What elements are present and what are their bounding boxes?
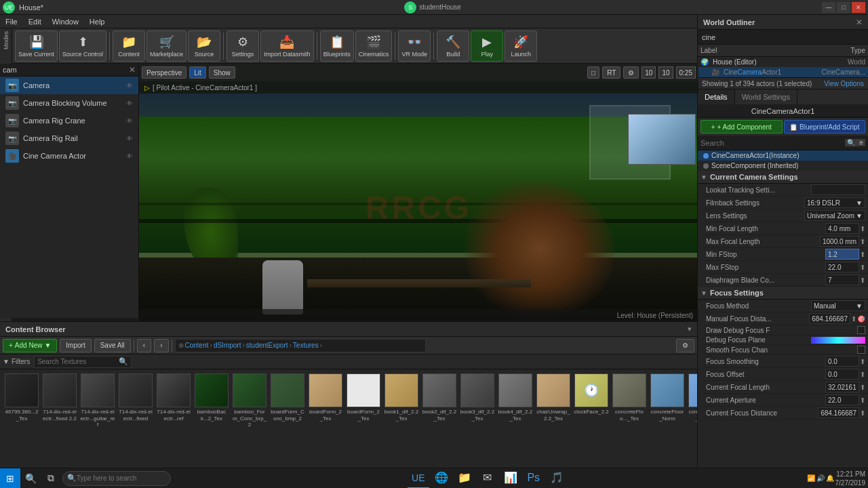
max-focal-value[interactable]: 1000.0 mm [820,236,859,247]
filters-toggle[interactable]: ▼ Filters [3,358,30,365]
lookat-value[interactable] [811,184,865,195]
vp-settings-button[interactable]: ⚙ [623,66,639,79]
min-focal-spinner[interactable]: ⬆ [860,225,865,232]
max-fstop-spinner[interactable]: ⬆ [860,264,865,271]
source-control-button[interactable]: ⬆ Source Control [59,30,106,62]
actor-item-cine-camera[interactable]: 🎥 Cine Camera Actor 👁 [0,147,138,165]
focus-offset-spinner[interactable]: ⬆ [860,371,865,378]
focus-method-value[interactable]: Manual ▼ [811,300,865,311]
asset-item[interactable]: 714-dix-red-electr...guitar_ref [79,372,117,430]
current-aperture-spinner[interactable]: ⬆ [860,396,865,404]
nav-back-button[interactable]: ‹ [137,339,151,352]
maximize-viewport-button[interactable]: □ [587,66,599,79]
min-focal-value[interactable]: 4.0 mm [825,223,859,234]
launch-button[interactable]: 🚀 Launch [505,30,537,62]
actor-item-camera-rig-rail[interactable]: 📷 Camera Rig Rail 👁 [0,129,138,147]
camera-visibility-icon[interactable]: 👁 [126,82,133,89]
path-textures[interactable]: Textures [293,342,319,349]
cine-visibility-icon[interactable]: 👁 [126,152,133,160]
add-component-button[interactable]: + + Add Component [701,120,783,134]
tab-world-settings[interactable]: World Settings [735,89,797,104]
taskbar-app-music[interactable]: 🎵 [546,468,568,489]
blocking-visibility-icon[interactable]: 👁 [126,100,133,107]
minimize-button[interactable]: — [822,2,835,13]
asset-item[interactable]: chairUnwrap_2.2_Tex [534,372,572,423]
grid-size-2[interactable]: 10 [658,66,673,79]
current-focus-dist-spinner[interactable]: ⬆ [860,409,865,417]
grid-size-1[interactable]: 10 [642,66,656,79]
asset-item[interactable]: bambooBack...2_Tex [193,372,231,423]
lit-button[interactable]: Lit [189,66,206,79]
maximize-button[interactable]: □ [837,2,850,13]
path-studentexport[interactable]: studentExport [246,342,288,349]
menu-edit[interactable]: Edit [26,18,44,26]
focus-offset-value[interactable]: 0.0 [825,369,859,380]
menu-window[interactable]: Window [50,18,81,26]
asset-item[interactable]: concreteFloor_bmp_2 [686,372,697,423]
component-item-cine[interactable]: CineCameraActor1(Instance) [698,150,868,161]
path-dsimport[interactable]: dSImport [214,342,241,349]
add-new-button[interactable]: + Add New ▼ [3,339,57,352]
save-all-button[interactable]: Save All [94,339,131,352]
show-button[interactable]: Show [209,66,235,79]
taskbar-search-icon[interactable]: 🔍 [20,468,41,489]
taskbar-app-ue[interactable]: UE [408,468,429,489]
import-datasmith-button[interactable]: 📥 Import Datasmith [260,30,314,62]
asset-item[interactable]: 714-dix-red-electr...fixed [117,372,155,423]
details-search-button[interactable]: 🔍 [845,139,857,146]
actor-item-camera[interactable]: 📷 Camera 👁 [0,77,138,94]
cb-search-button[interactable]: 🔍 [119,357,128,366]
menu-file[interactable]: File [3,18,20,26]
cb-search-input[interactable] [37,358,119,365]
crane-visibility-icon[interactable]: 👁 [126,117,133,125]
asset-item[interactable]: boardForm_2_Tex [307,372,344,423]
search-clear-icon[interactable]: ✕ [129,65,136,75]
taskbar-app-excel[interactable]: 📊 [500,468,521,489]
asset-item[interactable]: concreteFloor_Norm [648,372,686,423]
asset-item[interactable]: 714-dix-red-electr...ref [155,372,193,423]
save-current-button[interactable]: 💾 Save Current [15,30,58,62]
menu-help[interactable]: Help [87,18,108,26]
asset-item[interactable]: boardForm_2_Tex [344,372,382,423]
vr-mode-button[interactable]: 👓 VR Mode [398,30,431,62]
tab-details[interactable]: Details [698,89,735,104]
asset-item[interactable]: concreteFloo..._Tex [610,372,648,423]
max-focal-spinner[interactable]: ⬆ [860,238,865,245]
min-fstop-spinner[interactable]: ⬆ [860,251,865,258]
source-button[interactable]: 📂 Source [188,30,220,62]
camera-settings-section[interactable]: ▼ Current Camera Settings [698,171,868,184]
marketplace-button[interactable]: 🛒 Marketplace [146,30,186,62]
asset-item[interactable]: book3_dif_2.2_Tex [458,372,496,423]
perspective-button[interactable]: Perspective [142,66,186,79]
current-focal-value[interactable]: 32.02161 [825,382,859,392]
asset-item[interactable]: bamboo_Form_Conc_brp_2 [231,372,269,430]
filmback-value[interactable]: 16:9 DSLR ▼ [804,197,865,208]
close-button[interactable]: ✕ [852,2,865,13]
manual-focus-spinner[interactable]: ⬆ [851,315,856,323]
asset-item[interactable]: book1_dif_2.2_Tex [382,372,420,423]
taskbar-app-ps[interactable]: Ps [523,468,545,489]
taskbar-app-edge[interactable]: 🌐 [431,468,452,489]
manual-focus-value[interactable]: 684.166687 [809,313,850,324]
smooth-focus-checkbox[interactable] [857,346,865,354]
outliner-item-house[interactable]: 🌍 House (Editor) World [698,57,868,67]
outliner-item-cine-camera[interactable]: 🎥 CineCameraActor1 CineCamera... [698,67,868,77]
view-options-link[interactable]: View Options [824,80,864,87]
current-focus-dist-value[interactable]: 684.166687 [818,407,859,418]
current-focal-spinner[interactable]: ⬆ [860,384,865,391]
component-item-scene[interactable]: SceneComponent (Inherited) [698,161,868,171]
viewport[interactable]: Perspective Lit Show □ RT ⚙ 10 10 0:25 ▷… [139,64,698,321]
taskbar-app-explorer[interactable]: 📁 [454,468,475,489]
asset-item[interactable]: 714-dix-red-electr...fixed 2.2 [41,372,79,423]
taskbar-task-view[interactable]: ⧉ [41,468,61,489]
outliner-close-button[interactable]: ✕ [856,18,863,27]
path-content[interactable]: Content [185,342,209,349]
import-button[interactable]: Import [60,339,91,352]
nav-fwd-button[interactable]: › [154,339,168,352]
focus-pick-icon[interactable]: 🎯 [857,315,865,323]
play-button[interactable]: ▶ Play [471,30,503,62]
debug-plane-color[interactable] [811,337,865,344]
settings-button[interactable]: ⚙ Settings [226,30,259,62]
details-search-input[interactable] [701,139,845,147]
realtime-button[interactable]: RT [602,66,620,79]
